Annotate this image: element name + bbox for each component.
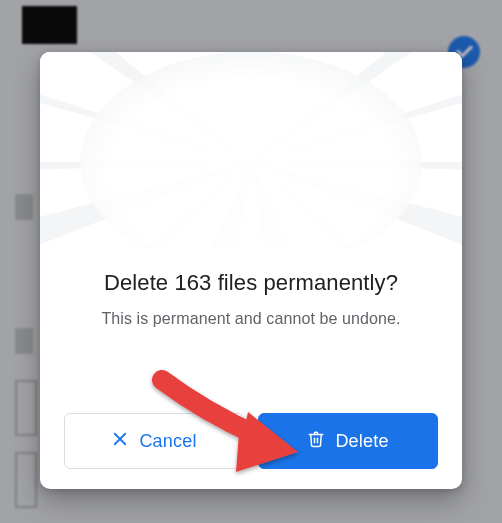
dialog-subtitle: This is permanent and cannot be undone.	[64, 310, 438, 328]
dialog-title: Delete 163 files permanently?	[64, 270, 438, 296]
close-icon	[111, 430, 129, 453]
trash-icon	[307, 429, 325, 454]
delete-button-label: Delete	[335, 431, 388, 452]
cancel-button[interactable]: Cancel	[64, 413, 244, 469]
delete-button[interactable]: Delete	[258, 413, 438, 469]
cancel-button-label: Cancel	[139, 431, 196, 452]
dialog-illustration	[40, 52, 462, 248]
delete-confirmation-dialog: Delete 163 files permanently? This is pe…	[40, 52, 462, 489]
dialog-actions: Cancel Delete	[64, 413, 438, 469]
dialog-content: Delete 163 files permanently? This is pe…	[40, 248, 462, 489]
